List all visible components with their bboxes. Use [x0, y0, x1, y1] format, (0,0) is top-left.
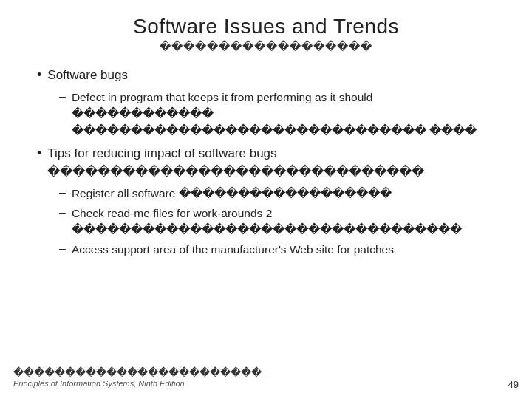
footer-left: Principles of Information Systems, Ninth…: [13, 379, 185, 390]
content-area: • Software bugs – Defect in program that…: [30, 66, 502, 258]
bullet-text: Tips for reducing impact of software bug…: [47, 145, 502, 181]
dash-icon: –: [59, 186, 66, 200]
dash-icon: –: [59, 206, 66, 219]
list-item: – Access support area of the manufacture…: [59, 242, 502, 258]
list-item: – Defect in program that keeps it from p…: [59, 89, 502, 139]
bullet-icon: •: [37, 146, 41, 161]
slide-title: Software Issues and Trends: [30, 15, 502, 38]
sub-text: Defect in program that keeps it from per…: [72, 89, 502, 139]
bottom-squiggles: ������������������������: [0, 366, 532, 378]
bullet-text: Software bugs: [47, 66, 128, 85]
sub-text: Access support area of the manufacturer'…: [72, 242, 394, 258]
list-item: • Software bugs: [37, 66, 502, 85]
slide: Software Issues and Trends �������������…: [0, 0, 532, 399]
footer-page-number: 49: [508, 379, 519, 390]
list-item: – Register all software ����������������…: [59, 185, 502, 202]
footer: Principles of Information Systems, Ninth…: [0, 379, 532, 390]
list-item: • Tips for reducing impact of software b…: [37, 145, 502, 181]
title-subtitle: ������������������: [30, 40, 502, 53]
dash-icon: –: [59, 242, 66, 256]
dash-icon: –: [59, 90, 66, 103]
sub-text: Check read-me files for work-arounds 2 �…: [72, 205, 502, 239]
title-block: Software Issues and Trends �������������…: [30, 15, 502, 53]
list-item: – Check read-me files for work-arounds 2…: [59, 205, 502, 239]
bullet-icon: •: [37, 67, 41, 83]
sub-text: Register all software ������������������: [72, 185, 392, 202]
